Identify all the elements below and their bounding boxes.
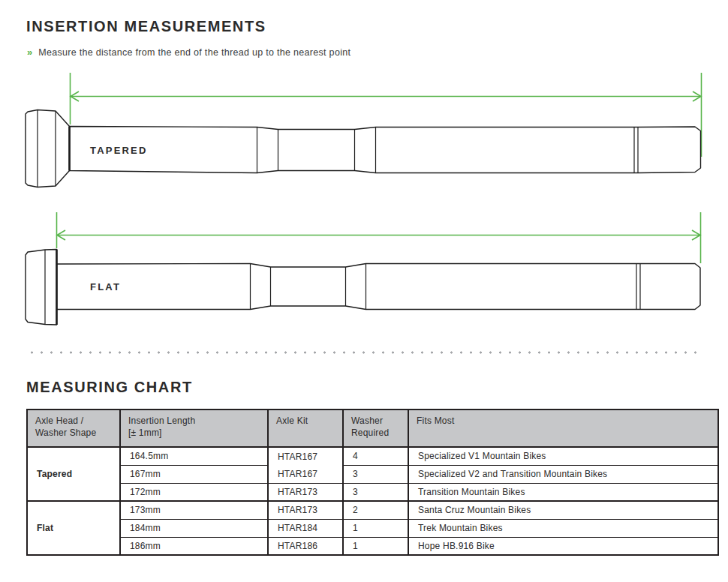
cell-fits: Specialized V1 Mountain Bikes [408, 447, 718, 465]
col-header-axle-head: Axle Head / Washer Shape [27, 410, 120, 447]
cell-fits: Trek Mountain Bikes [408, 519, 718, 537]
cell-fits: Santa Cruz Mountain Bikes [408, 501, 718, 519]
col-header-text: Washer [351, 415, 402, 427]
cell-washers: 1 [343, 519, 408, 537]
cell-length: 164.5mm [120, 447, 268, 465]
measuring-chart-table: Axle Head / Washer Shape Insertion Lengt… [26, 409, 719, 556]
cell-kit: HTAR184 [268, 519, 343, 537]
table-row: 186mm HTAR186 1 Hope HB.916 Bike [27, 537, 718, 555]
col-header-text: Axle Head / [35, 415, 113, 427]
col-header-fits-most: Fits Most [408, 410, 718, 447]
cell-washers: 2 [343, 501, 408, 519]
dotted-divider [27, 351, 704, 354]
cell-fits: Transition Mountain Bikes [408, 483, 718, 501]
cell-washers: 4 [343, 447, 408, 465]
tapered-axle-drawing: TAPERED [26, 110, 701, 188]
table-row: Flat 173mm HTAR173 2 Santa Cruz Mountain… [27, 501, 718, 519]
col-header-insertion-length: Insertion Length [± 1mm] [120, 410, 268, 447]
cell-length: 172mm [120, 483, 268, 501]
col-header-washer-required: Washer Required [343, 410, 408, 447]
section-title-measuring-chart: MEASURING CHART [26, 379, 193, 396]
cell-kit: HTAR167 [268, 447, 343, 465]
table-row: 167mm HTAR167 3 Specialized V2 and Trans… [27, 465, 718, 483]
cell-washers: 1 [343, 537, 408, 555]
cell-length: 173mm [120, 501, 268, 519]
flat-dimension-arrow [57, 212, 701, 263]
col-header-axle-kit: Axle Kit [268, 410, 343, 447]
cell-fits: Hope HB.916 Bike [408, 537, 718, 555]
col-header-text: Axle Kit [276, 415, 336, 427]
flat-axle-drawing: FLAT [26, 250, 700, 326]
cell-length: 167mm [120, 465, 268, 483]
col-header-text: Required [351, 427, 402, 439]
cell-washers: 3 [343, 465, 408, 483]
cell-length: 184mm [120, 519, 268, 537]
flat-label: FLAT [90, 281, 121, 292]
axle-diagrams: TAPERED FLAT [0, 0, 728, 352]
table-row: 184mm HTAR184 1 Trek Mountain Bikes [27, 519, 718, 537]
cell-kit: HTAR167 [268, 465, 343, 483]
col-header-text: Fits Most [417, 415, 711, 427]
col-header-text: Insertion Length [128, 415, 261, 427]
cell-length: 186mm [120, 537, 268, 555]
table-header-row: Axle Head / Washer Shape Insertion Lengt… [27, 410, 718, 447]
cell-kit: HTAR186 [268, 537, 343, 555]
cell-shape-tapered: Tapered [27, 447, 120, 501]
col-header-text: Washer Shape [35, 427, 113, 439]
cell-shape-flat: Flat [27, 501, 120, 555]
tapered-label: TAPERED [90, 145, 148, 156]
cell-fits: Specialized V2 and Transition Mountain B… [408, 465, 718, 483]
cell-kit: HTAR173 [268, 483, 343, 501]
cell-kit: HTAR173 [268, 501, 343, 519]
table-row: 172mm HTAR173 3 Transition Mountain Bike… [27, 483, 718, 501]
cell-washers: 3 [343, 483, 408, 501]
table-row: Tapered 164.5mm HTAR167 4 Specialized V1… [27, 447, 718, 465]
col-header-text: [± 1mm] [128, 427, 261, 439]
